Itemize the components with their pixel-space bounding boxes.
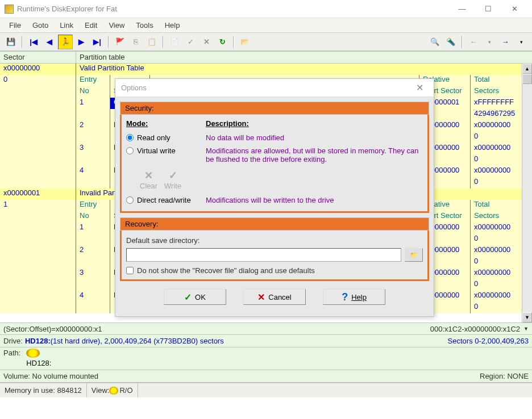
menu-help[interactable]: Help (159, 19, 186, 32)
radio-readonly-input[interactable] (126, 134, 134, 141)
security-header: Security: (120, 102, 429, 115)
radio-virtual-input[interactable] (126, 147, 134, 154)
sector-range: Sectors 0-2,000,409,263 (448, 337, 529, 345)
menu-view[interactable]: View (103, 19, 130, 32)
next-icon[interactable]: ▶ (74, 35, 89, 49)
menu-file[interactable]: File (3, 19, 27, 32)
security-section: Mode: Description: Read only No data wil… (120, 115, 429, 213)
dropdown-icon[interactable]: ▼ (523, 326, 529, 332)
window-title: Runtime's DiskExplorer for Fat (17, 5, 117, 13)
volume-bar: Volume: No volume mounted Region: NONE (0, 370, 532, 383)
back-menu-icon[interactable]: ▾ (482, 35, 497, 49)
copy-icon[interactable]: ⎘ (128, 35, 143, 49)
menubar: File Goto Link Edit View Tools Help (0, 18, 532, 33)
flashlight-icon[interactable]: 🔦 (443, 35, 458, 49)
dialog-close-button[interactable]: ✕ (412, 80, 428, 95)
drive-name: HD128: (25, 337, 51, 345)
offset-bar: (Sector:Offset)=x00000000:x1 000:x1C2-x0… (0, 322, 532, 335)
radio-direct-input[interactable] (126, 196, 134, 204)
refresh-icon[interactable]: ↻ (215, 35, 230, 49)
volume-value: No volume mounted (32, 372, 98, 380)
drive-label: Drive: (3, 337, 23, 345)
recovery-section: Default save directory: 📁 Do not show th… (120, 231, 429, 281)
hide-recover-dialog-input[interactable] (126, 267, 134, 274)
search-icon[interactable]: 🔍 (427, 35, 442, 49)
doc-icon[interactable]: 📄 (167, 35, 182, 49)
check-icon: ✓ (169, 169, 177, 182)
grid-header: Sector Partition table (0, 51, 532, 64)
run-icon[interactable]: 🏃 (58, 35, 73, 49)
delete-icon[interactable]: ✕ (199, 35, 214, 49)
help-button[interactable]: ?Help (323, 289, 385, 305)
save-dir-label: Default save directory: (126, 235, 423, 246)
first-icon[interactable]: |◀ (26, 35, 41, 49)
path-bar: Path: HD128: (0, 347, 532, 370)
x-icon: ✕ (257, 292, 265, 303)
forward-icon[interactable]: → (498, 35, 513, 49)
app-icon (5, 5, 14, 14)
region-value: NONE (507, 372, 529, 380)
cancel-button[interactable]: ✕Cancel (243, 289, 306, 305)
paste-icon[interactable]: 📋 (144, 35, 159, 49)
save-dir-input[interactable] (126, 248, 401, 262)
menu-edit[interactable]: Edit (79, 19, 103, 32)
offset-left: (Sector:Offset)=x00000000:x1 (3, 325, 102, 333)
last-icon[interactable]: ▶| (90, 35, 105, 49)
flag-icon[interactable]: 🚩 (113, 35, 127, 49)
offset-right: 000:x1C2-x00000000:x1C2 (430, 325, 520, 333)
radio-readonly[interactable]: Read only (126, 133, 206, 142)
titlebar: Runtime's DiskExplorer for Fat — ☐ ✕ (0, 0, 532, 18)
virtual-desc: Modifications are allowed, but will be s… (206, 146, 423, 164)
question-icon: ? (342, 291, 348, 303)
col-content: Partition table (76, 52, 532, 63)
x-icon: ✕ (144, 169, 153, 182)
scroll-thumb[interactable] (522, 74, 532, 84)
maximize-button[interactable]: ☐ (475, 0, 501, 18)
check-icon[interactable]: ✓ (183, 35, 198, 49)
forward-menu-icon[interactable]: ▾ (514, 35, 529, 49)
write-button: ✓Write (164, 169, 181, 190)
check-icon: ✓ (184, 292, 192, 303)
drive-detail: (1st hard drive), 2,000,409,264 (x773BD2… (51, 337, 224, 345)
description-label: Description: (206, 119, 249, 128)
hdr-entry: Entry (76, 75, 110, 86)
menu-goto[interactable]: Goto (27, 19, 54, 32)
clear-button: ✕Clear (140, 169, 157, 190)
dialog-title: Options (121, 83, 147, 92)
ok-button[interactable]: ✓OK (164, 289, 226, 305)
vertical-scrollbar[interactable]: ▲ ▼ (522, 64, 532, 322)
mode-label: Mode: (126, 119, 206, 128)
toolbar: 💾 |◀ ◀ 🏃 ▶ ▶| 🚩 ⎘ 📋 📄 ✓ ✕ ↻ 📂 🔍 🔦 ← ▾ → … (0, 33, 532, 51)
sector-value: 0 (0, 75, 76, 86)
save-icon[interactable]: 💾 (3, 35, 18, 49)
minimize-button[interactable]: — (449, 0, 475, 18)
open-icon[interactable]: 📂 (238, 35, 252, 49)
drive-bar: Drive: HD128: (1st hard drive), 2,000,40… (0, 335, 532, 347)
view-mode: View:R/O (87, 383, 138, 397)
sector-value: x00000000 (0, 64, 76, 75)
menu-tools[interactable]: Tools (130, 19, 159, 32)
disk-icon (26, 349, 40, 358)
radio-direct[interactable]: Direct read/write (126, 196, 206, 204)
prev-icon[interactable]: ◀ (42, 35, 57, 49)
scroll-up-icon[interactable]: ▲ (522, 64, 532, 74)
back-icon[interactable]: ← (466, 35, 481, 49)
path-value: HD128: (26, 359, 51, 367)
close-button[interactable]: ✕ (501, 0, 527, 18)
radio-virtual[interactable]: Virtual write (126, 146, 206, 155)
recovery-header: Recovery: (120, 217, 429, 231)
region-label: Region: (480, 372, 505, 380)
menu-link[interactable]: Link (54, 19, 79, 32)
scroll-down-icon[interactable]: ▼ (522, 312, 532, 322)
path-label: Path: (3, 349, 20, 357)
readonly-desc: No data will be modified (206, 133, 423, 142)
disk-icon (109, 387, 118, 395)
browse-button[interactable]: 📁 (405, 248, 423, 262)
hide-recover-dialog-checkbox[interactable]: Do not show the "Recover file" dialog an… (126, 266, 423, 275)
memory-usage: Memory in use: 884812 (0, 383, 87, 397)
dialog-titlebar: Options ✕ (115, 79, 434, 97)
partition-label: Valid Partition Table (76, 64, 532, 75)
options-dialog: Options ✕ Security: Mode: Description: R… (115, 78, 434, 317)
partition-label-row[interactable]: x00000000 Valid Partition Table (0, 64, 532, 75)
volume-label: Volume: (3, 372, 30, 380)
